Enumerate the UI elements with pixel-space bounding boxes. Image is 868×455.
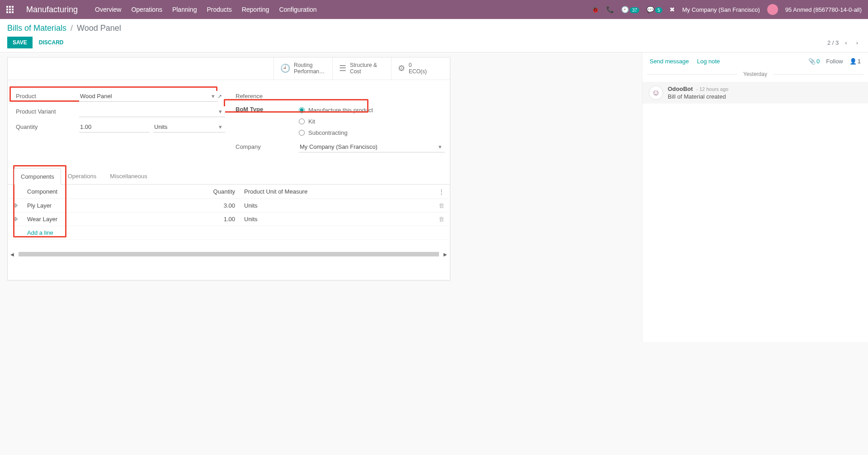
- scroll-left-icon[interactable]: ◀: [10, 252, 14, 257]
- reference-input[interactable]: [299, 91, 442, 101]
- th-quantity: Quantity: [190, 185, 240, 199]
- discard-button[interactable]: DISCARD: [39, 39, 64, 46]
- breadcrumb-current: Wood Panel: [77, 24, 121, 33]
- top-menu: Overview Operations Planning Products Re…: [95, 6, 317, 13]
- radio-kit[interactable]: [299, 118, 305, 124]
- pager-prev[interactable]: ‹: [842, 38, 849, 47]
- menu-operations[interactable]: Operations: [131, 6, 162, 13]
- form-sheet: 🕘 RoutingPerforman… ☰ Structure &Cost ⚙ …: [7, 57, 450, 280]
- drag-handle-icon[interactable]: ✥: [13, 216, 18, 223]
- table-row: ✥ Ply Layer 3.00 Units 🗑: [9, 199, 449, 212]
- apps-launcher-icon[interactable]: [6, 6, 16, 13]
- stat-button-row: 🕘 RoutingPerforman… ☰ Structure &Cost ⚙ …: [8, 57, 450, 80]
- attachment-count[interactable]: 📎0: [808, 58, 820, 65]
- table-row-add: Add a line: [9, 226, 449, 239]
- phone-icon[interactable]: 📞: [606, 6, 614, 13]
- tools-icon[interactable]: ✖: [670, 6, 675, 13]
- followers-count[interactable]: 👤1: [849, 58, 861, 65]
- debug-icon[interactable]: 🐞: [591, 6, 599, 13]
- external-link-icon[interactable]: ↗: [217, 93, 222, 100]
- company-switcher[interactable]: My Company (San Francisco): [682, 6, 760, 13]
- pager: 2 / 3 ‹ ›: [827, 38, 861, 47]
- tab-operations[interactable]: Operations: [61, 168, 104, 184]
- cell-uom[interactable]: Units: [240, 199, 434, 212]
- clock-icon: 🕘: [280, 63, 290, 73]
- menu-configuration[interactable]: Configuration: [279, 6, 316, 13]
- app-title: Manufacturing: [26, 5, 78, 14]
- list-icon: ☰: [339, 63, 346, 73]
- label-product: Product: [16, 93, 79, 100]
- menu-reporting[interactable]: Reporting: [242, 6, 269, 13]
- pager-text: 2 / 3: [827, 39, 839, 46]
- activities-count: 37: [630, 7, 639, 13]
- label-quantity: Quantity: [16, 123, 79, 130]
- messaging-icon[interactable]: 💬5: [646, 6, 662, 13]
- follow-button[interactable]: Follow: [826, 58, 843, 65]
- trash-icon[interactable]: 🗑: [439, 202, 444, 209]
- user-name[interactable]: 95 Anmed (8567780-14-0-all): [785, 6, 862, 13]
- components-table: Component Quantity Product Unit of Measu…: [9, 185, 449, 248]
- horizontal-scrollbar[interactable]: ◀ ▶: [8, 249, 450, 262]
- bot-avatar: ☺: [649, 85, 663, 100]
- radio-subcontracting[interactable]: [299, 130, 305, 136]
- messages-count: 5: [655, 7, 662, 13]
- message-author: OdooBot: [668, 85, 693, 92]
- tab-miscellaneous[interactable]: Miscellaneous: [103, 168, 154, 184]
- chatter-message: ☺ OdooBot - 12 hours ago Bill of Materia…: [642, 82, 868, 104]
- control-panel: Bills of Materials / Wood Panel SAVE DIS…: [0, 19, 868, 52]
- message-body: Bill of Material created: [668, 93, 728, 100]
- pager-next[interactable]: ›: [854, 38, 861, 47]
- cell-qty[interactable]: 3.00: [190, 199, 240, 212]
- gears-icon: ⚙: [398, 63, 405, 73]
- date-divider: Yesterday: [642, 71, 868, 77]
- cell-component[interactable]: Wear Layer: [23, 212, 190, 226]
- stat-routing-performance[interactable]: 🕘 RoutingPerforman…: [274, 57, 332, 80]
- company-input[interactable]: [299, 142, 445, 152]
- th-uom: Product Unit of Measure: [240, 185, 434, 199]
- person-icon: 👤: [849, 58, 857, 65]
- breadcrumb: Bills of Materials / Wood Panel: [7, 24, 861, 33]
- tab-components[interactable]: Components: [14, 168, 61, 185]
- label-variant: Product Variant: [16, 108, 79, 115]
- product-input[interactable]: [79, 91, 218, 102]
- cell-qty[interactable]: 1.00: [190, 212, 240, 226]
- stat-ecos[interactable]: ⚙ 0ECO(s): [391, 57, 450, 80]
- drag-handle-icon[interactable]: ✥: [13, 202, 18, 209]
- radio-manufacture[interactable]: [299, 107, 305, 113]
- th-component: Component: [23, 185, 190, 199]
- paperclip-icon: 📎: [808, 58, 816, 65]
- log-note-link[interactable]: Log note: [697, 58, 720, 65]
- breadcrumb-root[interactable]: Bills of Materials: [7, 24, 66, 33]
- activities-icon[interactable]: 🕘37: [621, 6, 639, 13]
- user-avatar[interactable]: [767, 4, 778, 15]
- bomtype-radio-group: Manufacture this product Kit Subcontract…: [299, 107, 373, 136]
- label-company: Company: [236, 143, 299, 150]
- stat-structure-cost[interactable]: ☰ Structure &Cost: [332, 57, 391, 80]
- variant-input[interactable]: [79, 106, 225, 117]
- add-line-link[interactable]: Add a line: [27, 229, 53, 236]
- cell-component[interactable]: Ply Layer: [23, 199, 190, 212]
- trash-icon[interactable]: 🗑: [439, 216, 444, 223]
- chatter-panel: Send message Log note 📎0 Follow 👤1 Yeste…: [642, 52, 868, 342]
- save-button[interactable]: SAVE: [7, 37, 33, 48]
- menu-products[interactable]: Products: [207, 6, 231, 13]
- send-message-link[interactable]: Send message: [650, 58, 689, 65]
- message-time: - 12 hours ago: [696, 86, 728, 92]
- uom-input[interactable]: [153, 122, 225, 133]
- menu-overview[interactable]: Overview: [95, 6, 121, 13]
- quantity-input[interactable]: [79, 122, 150, 133]
- table-row: ✥ Wear Layer 1.00 Units 🗑: [9, 212, 449, 226]
- menu-planning[interactable]: Planning: [172, 6, 197, 13]
- label-bomtype: BoM Type: [236, 106, 299, 113]
- label-reference: Reference: [236, 93, 299, 100]
- cell-uom[interactable]: Units: [240, 212, 434, 226]
- column-options-icon[interactable]: ⋮: [439, 188, 444, 195]
- top-navbar: Manufacturing Overview Operations Planni…: [0, 0, 868, 19]
- tab-bar: Components Operations Miscellaneous: [8, 168, 450, 185]
- scroll-right-icon[interactable]: ▶: [443, 252, 447, 257]
